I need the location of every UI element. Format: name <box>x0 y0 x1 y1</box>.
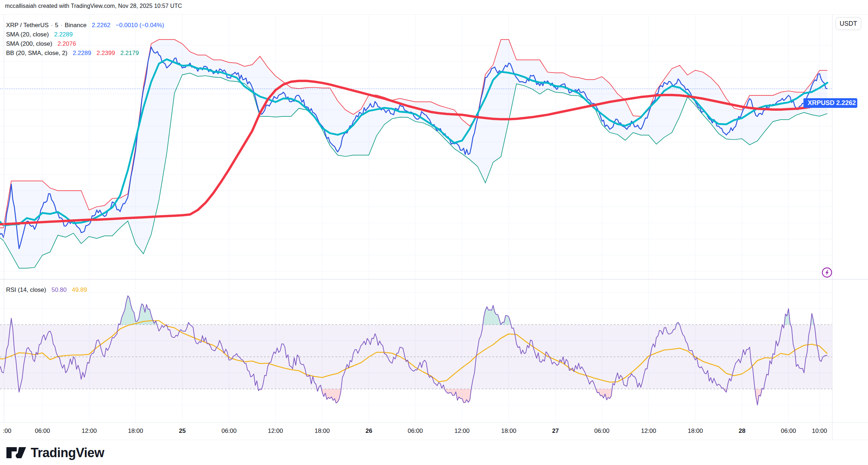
indicator-value: 2.2399 <box>96 50 115 56</box>
indicator-label: SMA (200, close) <box>6 40 52 47</box>
last-price-axis-badge: 2.2262 <box>835 98 857 108</box>
currency-unit-badge[interactable]: USDT <box>836 17 861 30</box>
price-pane <box>0 40 832 268</box>
legend-separator: · <box>59 22 65 29</box>
chart-canvas[interactable]: 2.28002.26002.24002.22002.20002.18002.16… <box>0 14 868 440</box>
indicator-row-sma20[interactable]: SMA (20, close) 2.2289 <box>6 30 164 39</box>
attribution-title: mccallisaiah created with TradingView.co… <box>5 3 182 9</box>
boost-button[interactable] <box>822 267 832 278</box>
rsi-legend-row[interactable]: RSI (14, close) 50.80 49.89 <box>6 286 87 294</box>
rsi-value: 50.80 <box>51 286 67 293</box>
indicator-label: BB (20, SMA, close, 2) <box>6 50 67 56</box>
indicator-value: 2.2289 <box>73 50 91 56</box>
tradingview-chart-export: mccallisaiah created with TradingView.co… <box>0 0 868 465</box>
indicator-value: 2.2179 <box>120 50 139 56</box>
indicator-label: RSI (14, close) <box>6 286 46 293</box>
symbol-name: XRP / TetherUS <box>6 22 49 29</box>
legend-separator: · <box>49 22 55 29</box>
tradingview-mark-icon <box>6 447 26 459</box>
rsi-ma-value: 49.89 <box>72 286 87 293</box>
indicator-value: 2.2076 <box>57 40 76 47</box>
tradingview-logo[interactable]: TradingView <box>6 445 104 461</box>
bb-fill <box>0 40 827 268</box>
chart-area: 2.28002.26002.24002.22002.20002.18002.16… <box>0 14 868 440</box>
price-change-value: −0.0010 (−0.04%) <box>116 22 164 29</box>
indicator-row-sma200[interactable]: SMA (200, close) 2.2076 <box>6 39 164 49</box>
exchange-label: Binance <box>65 22 86 29</box>
indicator-row-bb[interactable]: BB (20, SMA, close, 2) 2.2289 2.2399 2.2… <box>6 49 164 58</box>
rsi-pane <box>0 281 832 422</box>
main-legend: XRP / TetherUS·5·Binance 2.2262 −0.0010 … <box>6 21 164 58</box>
indicator-value: 2.2289 <box>54 31 73 38</box>
indicator-label: SMA (20, close) <box>6 31 49 38</box>
interval-label: 5 <box>55 22 58 29</box>
symbol-legend-row[interactable]: XRP / TetherUS·5·Binance 2.2262 −0.0010 … <box>6 21 164 30</box>
time-scale[interactable] <box>0 422 832 440</box>
tradingview-logo-text: TradingView <box>31 445 104 460</box>
last-price-value: 2.2262 <box>92 22 110 29</box>
lightning-icon <box>822 267 832 278</box>
